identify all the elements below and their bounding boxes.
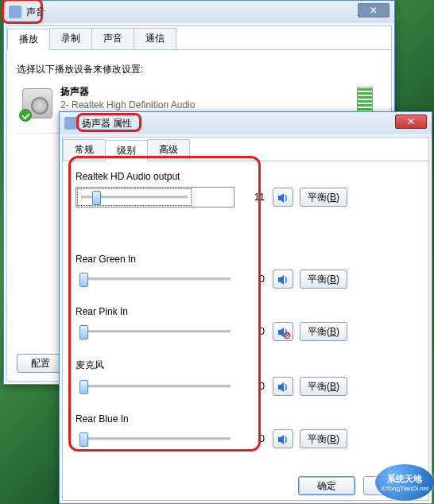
properties-tabs: 常规 级别 高级 [63,138,428,161]
balance-button[interactable]: 平衡(B) [300,322,347,341]
volume-slider[interactable] [76,187,234,207]
speaker-properties-window[interactable]: 扬声器 属性 ✕ 常规 级别 高级 Realtek HD Audio outpu… [59,111,432,504]
balance-button[interactable]: 平衡(B) [300,269,347,289]
watermark-url: XiTongTianDi.net [381,485,429,492]
window-icon [64,117,77,130]
level-label: Rear Pink In [76,306,416,317]
volume-slider[interactable] [76,430,234,448]
level-label: 麦克风 [76,359,416,372]
volume-slider[interactable] [76,378,234,395]
device-name: 扬声器 [60,85,357,99]
mute-button[interactable] [273,429,293,448]
balance-button[interactable]: 平衡(B) [300,188,347,207]
properties-titlebar[interactable]: 扬声器 属性 ✕ [60,112,432,134]
window-icon [9,6,21,18]
balance-button[interactable]: 平衡(B) [300,429,347,448]
level-value: 0 [244,433,265,444]
level-label: Rear Blue In [76,413,416,425]
instruction-text: 选择以下播放设备来修改设置: [17,63,382,76]
tab-advanced[interactable]: 高级 [147,139,190,161]
tab-recording[interactable]: 录制 [49,28,92,49]
level-group: Realtek HD Audio output11平衡(B) [76,171,416,207]
levels-panel: Realtek HD Audio output11平衡(B)Rear Green… [63,161,428,472]
watermark: 系统天地 XiTongTianDi.net [375,464,434,501]
properties-title: 扬声器 属性 [82,117,427,130]
tab-levels[interactable]: 级别 [105,140,148,161]
tab-general[interactable]: 常规 [63,139,106,161]
mute-button[interactable] [273,269,293,289]
mute-button[interactable] [273,322,293,341]
device-sub: 2- Realtek High Definition Audio [60,99,357,112]
close-button[interactable]: ✕ [358,3,389,17]
level-group: Rear Green In0平衡(B) [76,254,416,289]
level-value: 0 [244,381,265,392]
sound-tabs: 播放 录制 声音 通信 [7,26,391,50]
volume-slider[interactable] [76,270,234,288]
watermark-title: 系统天地 [387,473,422,485]
level-value: 11 [244,192,265,203]
ok-button[interactable]: 确定 [298,476,355,495]
sound-title: 声音 [26,6,389,19]
mute-button[interactable] [273,377,293,396]
balance-button[interactable]: 平衡(B) [300,377,347,396]
tab-playback[interactable]: 播放 [7,29,50,50]
level-label: Rear Green In [76,254,416,265]
level-label: Realtek HD Audio output [76,171,416,182]
volume-slider[interactable] [76,323,234,340]
configure-button[interactable]: 配置 [17,354,64,373]
level-value: 0 [244,326,265,337]
level-group: 麦克风0平衡(B) [76,359,416,396]
level-value: 0 [244,273,265,285]
level-group: Rear Blue In0平衡(B) [76,413,416,448]
mute-button[interactable] [273,188,293,207]
close-button[interactable]: ✕ [395,114,427,129]
default-check-icon [19,109,32,122]
tab-comm[interactable]: 通信 [134,28,176,49]
sound-titlebar[interactable]: 声音 ✕ [4,1,394,23]
level-group: Rear Pink In0平衡(B) [76,306,416,341]
tab-sounds[interactable]: 声音 [91,28,134,49]
